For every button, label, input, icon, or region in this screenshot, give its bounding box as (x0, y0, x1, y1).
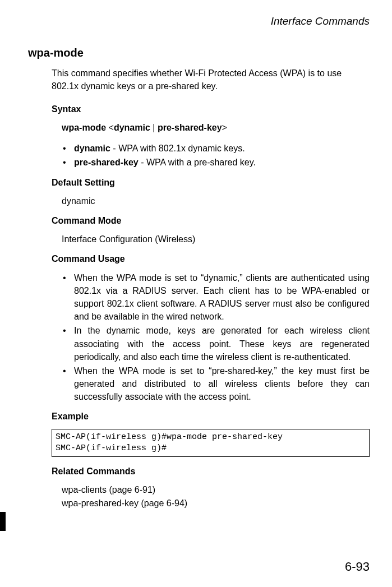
list-item: When the WPA mode is set to “dynamic,” c… (62, 271, 370, 323)
syntax-lt: < (109, 123, 114, 132)
related-commands-list: wpa-clients (page 6-91) wpa-preshared-ke… (62, 483, 370, 510)
param-desc: - WPA with a pre-shared key. (139, 158, 256, 167)
syntax-pipe: | (150, 123, 158, 132)
list-item: When the WPA mode is set to “pre-shared-… (62, 364, 370, 404)
default-setting-value: dynamic (62, 195, 370, 207)
example-box: SMC-AP(if-wireless g)#wpa-mode pre-share… (52, 429, 370, 457)
command-usage-list: When the WPA mode is set to “dynamic,” c… (62, 271, 370, 404)
list-item: pre-shared-key - WPA with a pre-shared k… (63, 156, 370, 169)
example-line: SMC-AP(if-wireless g)# (56, 443, 366, 454)
page-number: 6-93 (345, 558, 370, 576)
related-command-item: wpa-preshared-key (page 6-94) (62, 497, 370, 510)
syntax-heading: Syntax (52, 103, 370, 115)
syntax-line: wpa-mode <dynamic | pre-shared-key> (62, 121, 370, 134)
default-setting-heading: Default Setting (52, 176, 370, 189)
param-name: dynamic (74, 144, 110, 153)
related-command-item: wpa-clients (page 6-91) (62, 483, 370, 497)
command-usage-heading: Command Usage (52, 252, 370, 265)
syntax-cmd: wpa-mode (62, 123, 106, 132)
page-header: Interface Commands (28, 13, 370, 29)
param-name: pre-shared-key (74, 158, 139, 167)
syntax-gt: > (222, 123, 227, 132)
command-title: wpa-mode (28, 45, 370, 61)
example-heading: Example (52, 410, 370, 423)
syntax-opt2: pre-shared-key (158, 123, 222, 132)
syntax-params-list: dynamic - WPA with 802.1x dynamic keys. … (63, 142, 370, 169)
command-mode-value: Interface Configuration (Wireless) (62, 233, 370, 246)
syntax-opt1: dynamic (114, 123, 150, 132)
command-mode-heading: Command Mode (52, 214, 370, 227)
example-line: SMC-AP(if-wireless g)#wpa-mode pre-share… (56, 432, 366, 443)
list-item: In the dynamic mode, keys are generated … (62, 324, 370, 363)
related-commands-heading: Related Commands (52, 465, 370, 478)
side-marker (0, 512, 6, 531)
list-item: dynamic - WPA with 802.1x dynamic keys. (63, 142, 370, 155)
command-description: This command specifies whether Wi-Fi Pro… (52, 67, 370, 93)
param-desc: - WPA with 802.1x dynamic keys. (110, 144, 245, 153)
